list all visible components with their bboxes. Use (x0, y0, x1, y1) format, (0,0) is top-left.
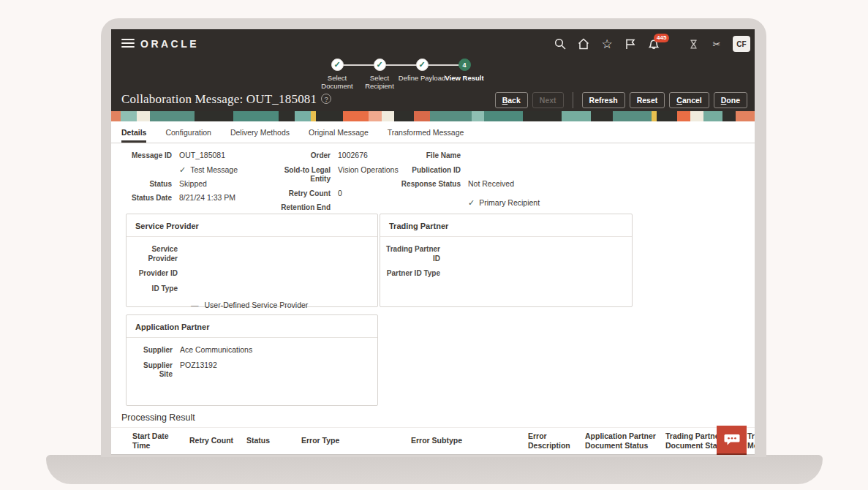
next-button: Next (532, 92, 564, 108)
partner-id-type-value (448, 268, 623, 279)
action-toolbar: Back Next Refresh Reset Cancel Done (491, 92, 747, 108)
service-provider-section: Service Provider Service Provider Provid… (126, 214, 378, 307)
column-header[interactable]: Error Type (301, 436, 411, 445)
app-header: ORACLE ☆ 445 (111, 29, 755, 121)
notification-count-badge: 445 (654, 34, 669, 42)
laptop-frame: ORACLE ☆ 445 (101, 18, 766, 457)
tab-configuration[interactable]: Configuration (165, 121, 211, 143)
primary-recipient-flag: Primary Recipient (479, 198, 540, 208)
process-stepper: ✓ Select Document ✓ Select Recipient ✓ D… (316, 59, 486, 91)
trading-partner-section: Trading Partner Trading Partner ID Partn… (380, 214, 633, 307)
trading-partner-id-value (448, 244, 623, 263)
back-button[interactable]: Back (495, 92, 528, 108)
global-toolbar: ORACLE ☆ 445 (111, 29, 755, 59)
menu-icon[interactable] (121, 39, 135, 49)
search-icon[interactable] (553, 37, 567, 51)
user-avatar[interactable]: CF (733, 36, 750, 52)
id-type-value (185, 284, 368, 294)
supplier-value: Ace Communications (180, 345, 363, 355)
tab-transformed-message[interactable]: Transformed Message (388, 121, 464, 143)
processing-result-header-row: Start Date Time Retry Count Status Error… (111, 427, 755, 455)
column-header[interactable]: Error Subtype (411, 436, 528, 445)
decorative-banner (111, 111, 755, 121)
test-message-flag: Test Message (190, 165, 238, 175)
step-current-number: 4 (458, 59, 471, 71)
flag-icon[interactable] (623, 37, 638, 51)
processing-result-heading: Processing Result (121, 412, 195, 423)
chat-feedback-button[interactable] (717, 426, 747, 455)
check-icon: ✓ (179, 166, 186, 174)
scissors-icon[interactable]: ✂ (709, 37, 724, 51)
column-header[interactable]: Application Partner Document Status (585, 431, 665, 451)
favorites-star-icon[interactable]: ☆ (600, 37, 614, 51)
cancel-button[interactable]: Cancel (669, 92, 709, 108)
application-partner-section: Application Partner Supplier Ace Communi… (126, 314, 378, 406)
step-view-result[interactable]: 4 View Result (443, 59, 486, 91)
step-select-document[interactable]: ✓ Select Document (316, 59, 358, 91)
tab-bar: Details Configuration Delivery Methods O… (111, 121, 755, 143)
step-complete-check-icon: ✓ (331, 59, 344, 71)
column-header[interactable]: Error Description (528, 431, 585, 451)
column-header[interactable]: Status (246, 436, 301, 445)
help-icon[interactable]: ? (321, 94, 331, 104)
step-complete-check-icon: ✓ (374, 59, 386, 71)
laptop-base (46, 455, 823, 484)
column-header[interactable]: Start Date Time (132, 431, 189, 451)
check-icon: ✓ (468, 199, 475, 207)
home-icon[interactable] (576, 37, 591, 51)
tab-original-message[interactable]: Original Message (309, 121, 369, 143)
speech-bubble-icon (724, 433, 740, 446)
page-title: Collaboration Message: OUT_185081? (121, 92, 331, 107)
screen: ORACLE ☆ 445 (111, 29, 755, 455)
reset-button[interactable]: Reset (630, 92, 665, 108)
user-defined-service-provider-flag: —User-Defined Service Provider (191, 301, 377, 309)
oracle-logo: ORACLE (140, 38, 199, 50)
main-content: Details Configuration Delivery Methods O… (111, 121, 755, 455)
provider-id-value (185, 268, 368, 279)
details-column-3: File Name Publication ID Response Status… (396, 151, 585, 208)
step-complete-check-icon: ✓ (416, 59, 429, 71)
column-header[interactable]: Retry Count (189, 436, 246, 445)
notifications-bell-icon[interactable]: 445 (646, 37, 661, 51)
response-status-value: Not Received (468, 179, 585, 189)
done-button[interactable]: Done (714, 92, 747, 108)
column-header[interactable]: Transformed Message (747, 431, 755, 451)
tab-details[interactable]: Details (121, 121, 146, 143)
tab-delivery-methods[interactable]: Delivery Methods (230, 121, 290, 143)
supplier-site-value: POZ13192 (180, 361, 363, 380)
toolbar-divider (573, 92, 573, 108)
service-provider-value (185, 244, 368, 263)
sandbox-hourglass-icon[interactable] (686, 37, 701, 51)
refresh-button[interactable]: Refresh (582, 92, 625, 108)
